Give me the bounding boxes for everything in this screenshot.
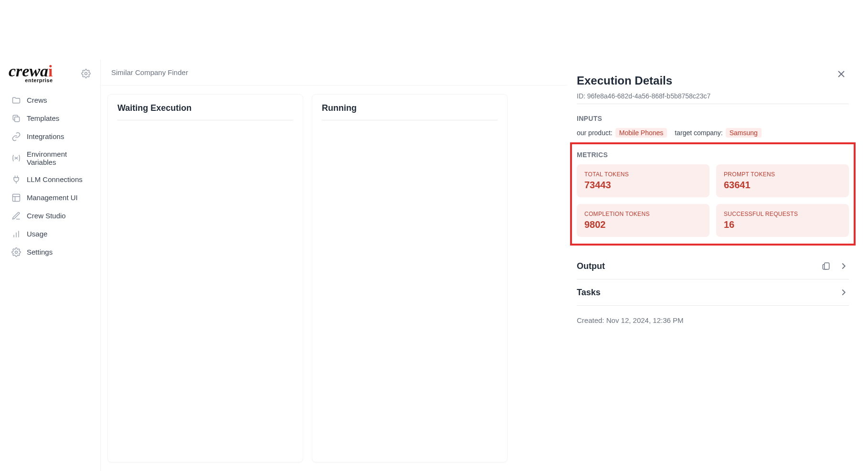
svg-rect-2 bbox=[13, 194, 20, 201]
layout-icon bbox=[11, 193, 21, 203]
svg-point-8 bbox=[15, 251, 18, 253]
input-key: target company: bbox=[675, 129, 722, 137]
metrics-label: METRICS bbox=[577, 151, 849, 159]
metric-card-prompt-tokens: PROMPT TOKENS 63641 bbox=[716, 164, 849, 197]
brand-logo: crewai enterprise bbox=[9, 64, 53, 83]
svg-rect-1 bbox=[15, 117, 20, 122]
metric-label: SUCCESSFUL REQUESTS bbox=[724, 211, 841, 217]
metric-card-completion-tokens: COMPLETION TOKENS 9802 bbox=[577, 204, 709, 237]
folder-icon bbox=[11, 96, 21, 105]
inputs-row: our product: Mobile Phones target compan… bbox=[577, 128, 849, 138]
execution-details-title: Execution Details bbox=[577, 74, 849, 87]
sidebar-item-label: Crew Studio bbox=[27, 212, 66, 220]
sidebar-item-integrations[interactable]: Integrations bbox=[9, 128, 95, 146]
execution-details-panel: Execution Details ID: 96fe8a46-682d-4a56… bbox=[567, 60, 868, 471]
sidebar-item-label: LLM Connections bbox=[27, 175, 83, 183]
waiting-execution-column: Waiting Execution bbox=[107, 94, 303, 462]
execution-id-value: 96fe8a46-682d-4a56-868f-b5b8758c23c7 bbox=[587, 92, 710, 100]
output-label: Output bbox=[577, 261, 605, 271]
sidebar-item-label: Environment Variables bbox=[27, 150, 93, 166]
metric-value: 9802 bbox=[584, 219, 702, 230]
metric-label: TOTAL TOKENS bbox=[584, 171, 702, 178]
breadcrumb: Similar Company Finder bbox=[101, 60, 567, 86]
input-value-chip: Samsung bbox=[726, 128, 762, 138]
copy-icon bbox=[11, 114, 21, 123]
clipboard-icon[interactable] bbox=[821, 261, 831, 271]
logo-row: crewai enterprise bbox=[9, 64, 95, 83]
chevron-right-icon bbox=[838, 261, 849, 271]
sidebar-item-label: Crews bbox=[27, 96, 47, 104]
metric-card-total-tokens: TOTAL TOKENS 73443 bbox=[577, 164, 709, 197]
sidebar-item-label: Integrations bbox=[27, 132, 64, 140]
tasks-label: Tasks bbox=[577, 288, 601, 298]
output-actions bbox=[821, 261, 849, 271]
output-accordion[interactable]: Output bbox=[577, 253, 849, 279]
inputs-label: INPUTS bbox=[577, 115, 849, 122]
created-timestamp-row: Created: Nov 12, 2024, 12:36 PM bbox=[577, 316, 849, 324]
svg-rect-11 bbox=[825, 263, 829, 269]
column-title: Running bbox=[322, 103, 498, 120]
link-icon bbox=[11, 132, 21, 141]
metric-value: 63641 bbox=[724, 180, 841, 191]
sidebar-item-crew-studio[interactable]: Crew Studio bbox=[9, 207, 95, 225]
close-icon[interactable] bbox=[836, 68, 847, 80]
sidebar-item-templates[interactable]: Templates bbox=[9, 109, 95, 128]
running-column: Running bbox=[312, 94, 508, 462]
metrics-section-highlight: METRICS TOTAL TOKENS 73443 PROMPT TOKENS… bbox=[570, 142, 856, 246]
sidebar-item-llm-connections[interactable]: LLM Connections bbox=[9, 171, 95, 189]
sidebar-item-label: Templates bbox=[27, 114, 59, 122]
breadcrumb-item[interactable]: Similar Company Finder bbox=[111, 68, 188, 76]
chevron-right-icon bbox=[838, 287, 849, 298]
input-key: our product: bbox=[577, 129, 613, 137]
main-content: Similar Company Finder Waiting Execution… bbox=[100, 60, 567, 471]
plug-icon bbox=[11, 175, 21, 184]
svg-point-0 bbox=[85, 72, 87, 75]
bar-chart-icon bbox=[11, 229, 21, 239]
sidebar-item-crews[interactable]: Crews bbox=[9, 91, 95, 109]
pencil-icon bbox=[11, 211, 21, 221]
execution-id-row: ID: 96fe8a46-682d-4a56-868f-b5b8758c23c7 bbox=[577, 92, 849, 104]
metric-label: PROMPT TOKENS bbox=[724, 171, 841, 178]
sidebar-item-management-ui[interactable]: Management UI bbox=[9, 189, 95, 207]
sidebar-item-usage[interactable]: Usage bbox=[9, 225, 95, 243]
metrics-grid: TOTAL TOKENS 73443 PROMPT TOKENS 63641 C… bbox=[577, 164, 849, 237]
created-label: Created: bbox=[577, 316, 604, 324]
created-value: Nov 12, 2024, 12:36 PM bbox=[606, 316, 684, 324]
nav-list: Crews Templates Integrations Environment… bbox=[9, 91, 95, 261]
metric-label: COMPLETION TOKENS bbox=[584, 211, 702, 217]
gear-icon[interactable] bbox=[81, 69, 91, 78]
sidebar-item-label: Settings bbox=[27, 248, 53, 256]
input-pair-our-product: our product: Mobile Phones bbox=[577, 128, 667, 138]
execution-id-label: ID: bbox=[577, 92, 585, 100]
metric-value: 73443 bbox=[584, 180, 702, 191]
tasks-actions bbox=[838, 287, 849, 298]
input-pair-target-company: target company: Samsung bbox=[675, 128, 762, 138]
variable-icon bbox=[11, 153, 21, 163]
sidebar-item-settings[interactable]: Settings bbox=[9, 243, 95, 261]
sidebar-item-label: Management UI bbox=[27, 193, 78, 202]
sidebar-item-environment-variables[interactable]: Environment Variables bbox=[9, 146, 95, 171]
input-value-chip: Mobile Phones bbox=[615, 128, 667, 138]
gear-icon bbox=[11, 247, 21, 257]
sidebar: crewai enterprise Crews Templates Integr… bbox=[0, 60, 100, 471]
column-title: Waiting Execution bbox=[117, 103, 293, 120]
execution-columns: Waiting Execution Running bbox=[101, 86, 567, 471]
metric-value: 16 bbox=[724, 219, 841, 230]
metric-card-successful-requests: SUCCESSFUL REQUESTS 16 bbox=[716, 204, 849, 237]
tasks-accordion[interactable]: Tasks bbox=[577, 279, 849, 306]
sidebar-item-label: Usage bbox=[27, 230, 47, 238]
